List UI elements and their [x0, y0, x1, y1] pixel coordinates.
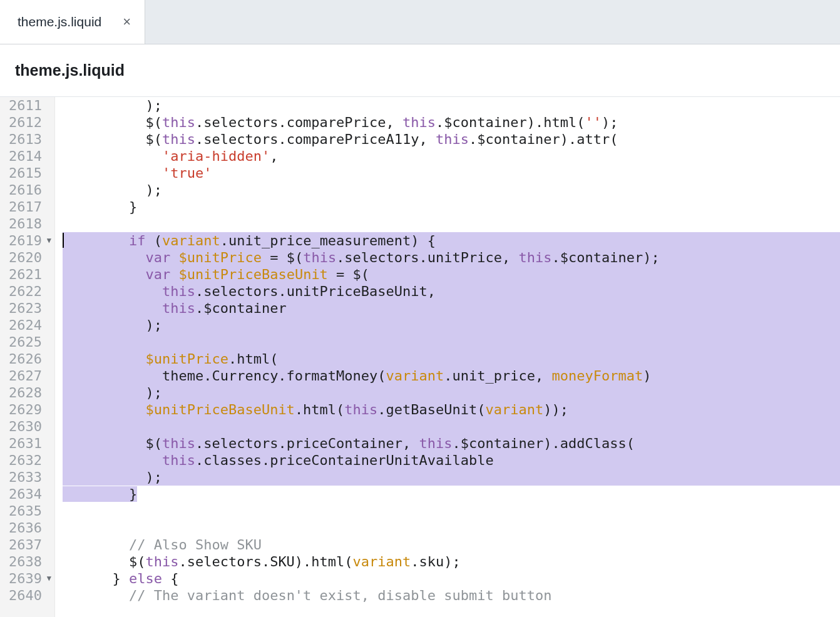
line-number: 2630	[0, 418, 52, 435]
code-line[interactable]: );	[63, 97, 840, 114]
tab-label: theme.js.liquid	[18, 14, 101, 29]
code-line[interactable]: if (variant.unit_price_measurement) {	[63, 232, 840, 249]
line-number: 2614	[0, 148, 52, 165]
line-number: 2638	[0, 553, 52, 570]
code-line[interactable]: 'aria-hidden',	[63, 148, 840, 165]
code-line[interactable]: theme.Currency.formatMoney(variant.unit_…	[63, 367, 840, 384]
code-line[interactable]: $unitPrice.html(	[63, 350, 840, 367]
code-line[interactable]: // The variant doesn't exist, disable su…	[63, 587, 840, 604]
line-number: 2616	[0, 181, 52, 198]
line-number: 2634	[0, 486, 52, 502]
line-number: 2627	[0, 367, 52, 384]
line-number: 2640	[0, 587, 52, 604]
code-line[interactable]: this.$container	[63, 300, 840, 317]
line-number: 2617	[0, 198, 52, 215]
line-number: 2632	[0, 452, 52, 469]
line-number: 2618	[0, 215, 52, 232]
line-number-gutter: 261126122613261426152616261726182619▼262…	[0, 97, 55, 617]
code-line[interactable]	[63, 502, 840, 519]
code-line[interactable]: $unitPriceBaseUnit.html(this.getBaseUnit…	[63, 401, 840, 418]
line-number: 2633	[0, 469, 52, 486]
code-line[interactable]: );	[63, 181, 840, 198]
line-number: 2624	[0, 317, 52, 334]
code-line[interactable]: $(this.selectors.SKU).html(variant.sku);	[63, 553, 840, 570]
code-line[interactable]: this.selectors.unitPriceBaseUnit,	[63, 283, 840, 300]
line-number: 2615	[0, 165, 52, 181]
code-line[interactable]: this.classes.priceContainerUnitAvailable	[63, 452, 840, 469]
line-number: 2629	[0, 401, 52, 418]
code-area[interactable]: ); $(this.selectors.comparePrice, this.$…	[55, 97, 840, 617]
code-line[interactable]: $(this.selectors.priceContainer, this.$c…	[63, 435, 840, 452]
tab-theme-js-liquid[interactable]: theme.js.liquid ×	[0, 0, 145, 44]
line-number: 2623	[0, 300, 52, 317]
code-line[interactable]	[63, 215, 840, 232]
close-icon[interactable]: ×	[123, 15, 131, 29]
fold-marker-icon[interactable]: ▼	[47, 232, 51, 249]
line-number: 2639▼	[0, 570, 52, 587]
code-line[interactable]: );	[63, 469, 840, 486]
code-line[interactable]: 'true'	[63, 165, 840, 181]
line-number: 2625	[0, 334, 52, 350]
code-line[interactable]	[63, 334, 840, 350]
line-number: 2621	[0, 266, 52, 283]
line-number: 2635	[0, 502, 52, 519]
code-editor[interactable]: 261126122613261426152616261726182619▼262…	[0, 97, 840, 617]
code-line[interactable]: var $unitPriceBaseUnit = $(	[63, 266, 840, 283]
line-number: 2636	[0, 519, 52, 536]
line-number: 2628	[0, 384, 52, 401]
line-number: 2626	[0, 350, 52, 367]
code-line[interactable]: var $unitPrice = $(this.selectors.unitPr…	[63, 249, 840, 266]
code-line[interactable]: );	[63, 317, 840, 334]
code-line[interactable]: );	[63, 384, 840, 401]
fold-marker-icon[interactable]: ▼	[47, 570, 51, 587]
code-line[interactable]: } else {	[63, 570, 840, 587]
code-line[interactable]: // Also Show SKU	[63, 536, 840, 553]
line-number: 2637	[0, 536, 52, 553]
code-line[interactable]: $(this.selectors.comparePrice, this.$con…	[63, 114, 840, 131]
line-number: 2611	[0, 97, 52, 114]
file-title-bar: theme.js.liquid	[0, 44, 840, 97]
line-number: 2631	[0, 435, 52, 452]
code-line[interactable]	[63, 418, 840, 435]
file-title: theme.js.liquid	[15, 61, 125, 79]
line-number: 2612	[0, 114, 52, 131]
line-number: 2613	[0, 131, 52, 148]
line-number: 2620	[0, 249, 52, 266]
code-line[interactable]: $(this.selectors.comparePriceA11y, this.…	[63, 131, 840, 148]
code-line[interactable]: }	[63, 486, 840, 502]
code-line[interactable]	[63, 519, 840, 536]
tab-bar: theme.js.liquid ×	[0, 0, 840, 44]
line-number: 2619▼	[0, 232, 52, 249]
line-number: 2622	[0, 283, 52, 300]
code-line[interactable]: }	[63, 198, 840, 215]
